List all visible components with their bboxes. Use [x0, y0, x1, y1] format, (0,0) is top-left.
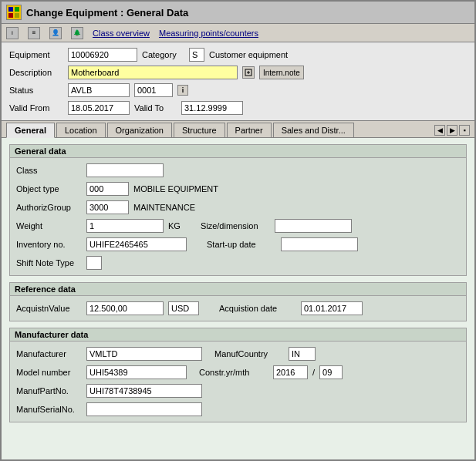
valid-from-label: Valid From	[9, 103, 63, 113]
measuring-points-menu[interactable]: Measuring points/counters	[159, 29, 258, 38]
authoriz-group-row: AuthorizGroup MAINTENANCE	[16, 200, 460, 215]
constr-yr-input[interactable]	[273, 365, 308, 379]
manuf-country-label: ManufCountry	[214, 349, 284, 358]
manuf-country-input[interactable]	[289, 347, 316, 361]
inventory-no-input[interactable]	[86, 237, 187, 251]
people-menu-icon[interactable]: 👤	[49, 27, 62, 39]
status-code-input[interactable]	[134, 83, 173, 97]
authoriz-group-label: AuthorizGroup	[16, 203, 82, 212]
window-title: Change Equipment : General Data	[26, 7, 188, 19]
weight-unit: KG	[168, 221, 181, 230]
acquistn-value-row: AcquistnValue Acquistion date	[16, 301, 460, 316]
manuf-serial-no-input[interactable]	[86, 402, 202, 416]
tab-structure[interactable]: Structure	[174, 123, 225, 137]
svg-rect-3	[15, 13, 19, 18]
model-number-label: Model number	[16, 368, 82, 377]
manuf-serial-no-label: ManufSerialNo.	[16, 405, 82, 414]
reference-data-title: Reference data	[10, 283, 466, 296]
manuf-part-no-input[interactable]	[86, 384, 202, 398]
acquistn-date-label: Acquistion date	[219, 304, 296, 313]
manuf-part-no-row: ManufPartNo.	[16, 383, 460, 399]
manufacturer-data-section: Manufacturer data Manufacturer ManufCoun…	[9, 328, 467, 422]
constr-mth-input[interactable]	[319, 365, 343, 379]
tab-organization[interactable]: Organization	[107, 123, 172, 137]
tab-general[interactable]: General	[6, 123, 55, 138]
description-edit-icon[interactable]	[242, 66, 255, 79]
shift-note-input[interactable]	[86, 256, 102, 270]
tab-prev-button[interactable]: ◀	[434, 125, 445, 136]
startup-date-input[interactable]	[281, 237, 358, 251]
inventory-no-label: Inventory no.	[16, 240, 82, 249]
list-menu-icon[interactable]: ≡	[28, 27, 40, 39]
app-icon	[6, 5, 22, 20]
class-overview-menu[interactable]: Class overview	[93, 29, 150, 38]
customer-equipment-label: Customer equipment	[209, 50, 288, 59]
shift-note-label: Shift Note Type	[16, 258, 82, 268]
class-row: Class	[16, 163, 460, 178]
weight-row: Weight KG Size/dimension	[16, 218, 460, 234]
intern-note-button[interactable]: Intern.note	[259, 66, 304, 79]
info-menu-icon[interactable]: i	[6, 27, 19, 39]
description-row: Description Intern.note	[9, 65, 467, 80]
category-input[interactable]	[189, 48, 204, 62]
main-window: Change Equipment : General Data i ≡ 👤 🌲 …	[0, 0, 476, 461]
object-type-input[interactable]	[86, 182, 129, 196]
equipment-row: Equipment Category Customer equipment	[9, 47, 467, 62]
general-data-section: General data Class Object type MOBILE EQ…	[9, 144, 467, 276]
title-bar: Change Equipment : General Data	[2, 2, 474, 24]
authoriz-group-input[interactable]	[86, 200, 129, 214]
valid-from-input[interactable]	[68, 101, 130, 115]
manufacturer-label: Manufacturer	[16, 349, 82, 358]
menu-bar: i ≡ 👤 🌲 Class overview Measuring points/…	[2, 24, 474, 42]
weight-input[interactable]	[86, 219, 164, 233]
tab-menu-button[interactable]: ▪	[459, 125, 470, 136]
equipment-input[interactable]	[68, 48, 137, 62]
svg-rect-1	[15, 7, 19, 12]
shift-note-row: Shift Note Type	[16, 255, 460, 271]
main-content: General data Class Object type MOBILE EQ…	[2, 138, 474, 459]
general-data-title: General data	[10, 145, 466, 158]
acquistn-date-input[interactable]	[301, 301, 363, 315]
object-type-desc: MOBILE EQUIPMENT	[133, 184, 218, 193]
category-label: Category	[142, 50, 184, 59]
manufacturer-row: Manufacturer ManufCountry	[16, 346, 460, 362]
object-type-row: Object type MOBILE EQUIPMENT	[16, 181, 460, 197]
description-input[interactable]	[68, 66, 238, 79]
class-input[interactable]	[86, 163, 164, 177]
tab-location[interactable]: Location	[56, 123, 106, 137]
object-type-label: Object type	[16, 184, 82, 193]
manufacturer-data-body: Manufacturer ManufCountry Model number C…	[10, 342, 466, 422]
manufacturer-input[interactable]	[86, 347, 202, 361]
authoriz-group-desc: MAINTENANCE	[133, 203, 195, 212]
valid-from-row: Valid From Valid To	[9, 100, 467, 116]
manuf-part-no-label: ManufPartNo.	[16, 386, 82, 395]
weight-label: Weight	[16, 221, 82, 230]
tabs-bar: General Location Organization Structure …	[2, 120, 474, 138]
inventory-no-row: Inventory no. Start-up date	[16, 237, 460, 252]
reference-data-body: AcquistnValue Acquistion date	[10, 296, 466, 321]
general-data-body: Class Object type MOBILE EQUIPMENT Autho…	[10, 158, 466, 275]
status-row: Status i	[9, 82, 467, 98]
status-info-icon[interactable]: i	[177, 85, 188, 96]
class-label: Class	[16, 166, 82, 175]
header-form: Equipment Category Customer equipment De…	[2, 42, 474, 120]
status-input[interactable]	[68, 83, 130, 97]
size-dimension-input[interactable]	[275, 219, 352, 233]
startup-date-label: Start-up date	[207, 240, 276, 249]
equipment-label: Equipment	[9, 50, 63, 59]
svg-rect-0	[8, 7, 13, 12]
acquistn-value-label: AcquistnValue	[16, 304, 82, 313]
model-number-input[interactable]	[86, 365, 187, 379]
tab-sales-distr[interactable]: Sales and Distr...	[273, 123, 354, 137]
tree-menu-icon[interactable]: 🌲	[71, 27, 83, 39]
acquistn-currency-input[interactable]	[168, 301, 199, 315]
svg-rect-2	[8, 13, 13, 18]
acquistn-value-input[interactable]	[86, 301, 164, 315]
valid-to-input[interactable]	[181, 101, 243, 115]
tab-partner[interactable]: Partner	[227, 123, 272, 137]
manufacturer-data-title: Manufacturer data	[10, 328, 466, 342]
tab-next-button[interactable]: ▶	[447, 125, 457, 136]
status-label: Status	[9, 86, 63, 95]
reference-data-section: Reference data AcquistnValue Acquistion …	[9, 282, 467, 321]
manuf-serial-no-row: ManufSerialNo.	[16, 402, 460, 417]
